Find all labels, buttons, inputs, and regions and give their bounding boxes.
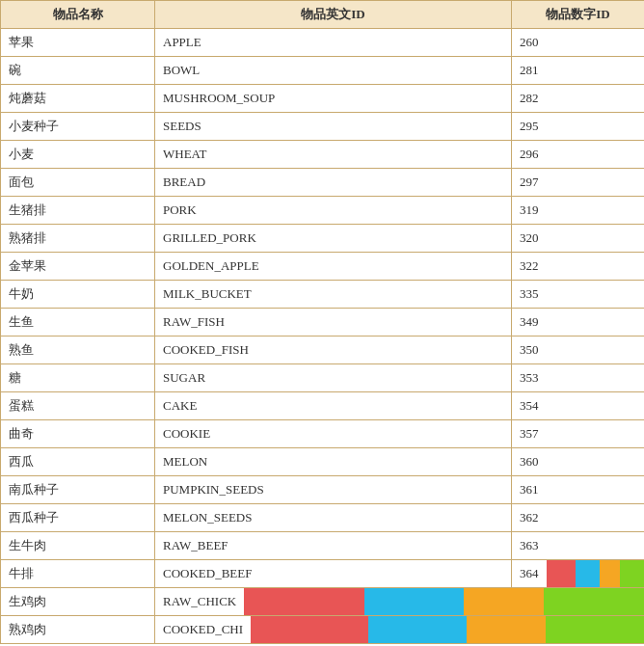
- table-row: 生鱼 RAW_FISH 349: [1, 309, 645, 336]
- table-row: 熟猪排 GRILLED_PORK 320: [1, 225, 645, 253]
- cell-en: RAW_FISH: [155, 309, 512, 336]
- cell-name: 曲奇: [1, 420, 155, 448]
- table-row: 蛋糕 CAKE 354: [1, 392, 645, 420]
- cell-name: 熟鸡肉: [1, 616, 155, 644]
- cell-num: 297: [512, 169, 645, 197]
- cell-name: 小麦种子: [1, 113, 155, 141]
- header-en: 物品英文ID: [155, 1, 512, 29]
- cell-num: 357: [512, 420, 645, 448]
- cell-num: 354: [512, 392, 645, 420]
- table-row: 糖 SUGAR 353: [1, 364, 645, 392]
- cell-name: 西瓜: [1, 448, 155, 476]
- cell-en: WHEAT: [155, 141, 512, 169]
- cell-en: MELON: [155, 448, 512, 476]
- table-header: 物品名称 物品英文ID 物品数字ID: [1, 1, 645, 29]
- cell-num: 295: [512, 113, 645, 141]
- table-row: 熟鸡肉 COOKED_CHI: [1, 616, 645, 644]
- cell-en: PORK: [155, 197, 512, 225]
- header-num: 物品数字ID: [512, 1, 645, 29]
- table-row: 西瓜 MELON 360: [1, 448, 645, 476]
- cell-name: 碗: [1, 57, 155, 85]
- cell-name: 熟鱼: [1, 336, 155, 364]
- table-row: 西瓜种子 MELON_SEEDS 362: [1, 504, 645, 532]
- cell-name: 炖蘑菇: [1, 85, 155, 113]
- cell-en: GRILLED_PORK: [155, 225, 512, 253]
- cell-name: 生牛肉: [1, 532, 155, 560]
- cell-name: 牛排: [1, 560, 155, 588]
- table-row: 生猪排 PORK 319: [1, 197, 645, 225]
- cell-en: COOKED_BEEF: [155, 560, 512, 588]
- cell-en-bar: COOKED_CHI: [155, 616, 645, 644]
- cell-en: GOLDEN_APPLE: [155, 253, 512, 281]
- cell-num: 350: [512, 336, 645, 364]
- table-row: 熟鱼 COOKED_FISH 350: [1, 336, 645, 364]
- cell-name: 金苹果: [1, 253, 155, 281]
- cell-en: SUGAR: [155, 364, 512, 392]
- cell-name: 苹果: [1, 29, 155, 57]
- cell-en: BOWL: [155, 57, 512, 85]
- cell-name: 熟猪排: [1, 225, 155, 253]
- cell-en: RAW_BEEF: [155, 532, 512, 560]
- cell-num: 349: [512, 309, 645, 336]
- table-row: 面包 BREAD 297: [1, 169, 645, 197]
- cell-en: COOKIE: [155, 420, 512, 448]
- cell-num: 282: [512, 85, 645, 113]
- cell-num: 322: [512, 253, 645, 281]
- cell-num: 353: [512, 364, 645, 392]
- cell-name: 南瓜种子: [1, 476, 155, 504]
- table-row: 生鸡肉 RAW_CHICK: [1, 588, 645, 616]
- cell-num: 363: [512, 532, 645, 560]
- cell-en: COOKED_FISH: [155, 336, 512, 364]
- table-row: 炖蘑菇 MUSHROOM_SOUP 282: [1, 85, 645, 113]
- cell-num: 320: [512, 225, 645, 253]
- cell-en: SEEDS: [155, 113, 512, 141]
- cell-num: 296: [512, 141, 645, 169]
- cell-num: 260: [512, 29, 645, 57]
- table-row: 牛奶 MILK_BUCKET 335: [1, 281, 645, 309]
- cell-name: 蛋糕: [1, 392, 155, 420]
- table-row: 苹果 APPLE 260: [1, 29, 645, 57]
- table-row: 小麦种子 SEEDS 295: [1, 113, 645, 141]
- table-row: 金苹果 GOLDEN_APPLE 322: [1, 253, 645, 281]
- cell-num: 319: [512, 197, 645, 225]
- table-row: 小麦 WHEAT 296: [1, 141, 645, 169]
- cell-en: MELON_SEEDS: [155, 504, 512, 532]
- cell-en: MILK_BUCKET: [155, 281, 512, 309]
- cell-name: 牛奶: [1, 281, 155, 309]
- table-row: 碗 BOWL 281: [1, 57, 645, 85]
- table-row: 曲奇 COOKIE 357: [1, 420, 645, 448]
- cell-en: BREAD: [155, 169, 512, 197]
- cell-name: 生鸡肉: [1, 588, 155, 616]
- cell-num: 360: [512, 448, 645, 476]
- cell-name: 生猪排: [1, 197, 155, 225]
- cell-en: MUSHROOM_SOUP: [155, 85, 512, 113]
- cell-name: 小麦: [1, 141, 155, 169]
- cell-name: 生鱼: [1, 309, 155, 336]
- cell-num: 361: [512, 476, 645, 504]
- table-row: 牛排 COOKED_BEEF 364: [1, 560, 645, 588]
- cell-en: CAKE: [155, 392, 512, 420]
- cell-num: 281: [512, 57, 645, 85]
- table-row: 生牛肉 RAW_BEEF 363: [1, 532, 645, 560]
- cell-num: 362: [512, 504, 645, 532]
- cell-en: APPLE: [155, 29, 512, 57]
- cell-en-bar: RAW_CHICK: [155, 588, 645, 616]
- cell-name: 西瓜种子: [1, 504, 155, 532]
- table-row: 南瓜种子 PUMPKIN_SEEDS 361: [1, 476, 645, 504]
- cell-num: 364: [512, 560, 645, 588]
- cell-num: 335: [512, 281, 645, 309]
- header-name: 物品名称: [1, 1, 155, 29]
- cell-name: 糖: [1, 364, 155, 392]
- cell-en: PUMPKIN_SEEDS: [155, 476, 512, 504]
- cell-name: 面包: [1, 169, 155, 197]
